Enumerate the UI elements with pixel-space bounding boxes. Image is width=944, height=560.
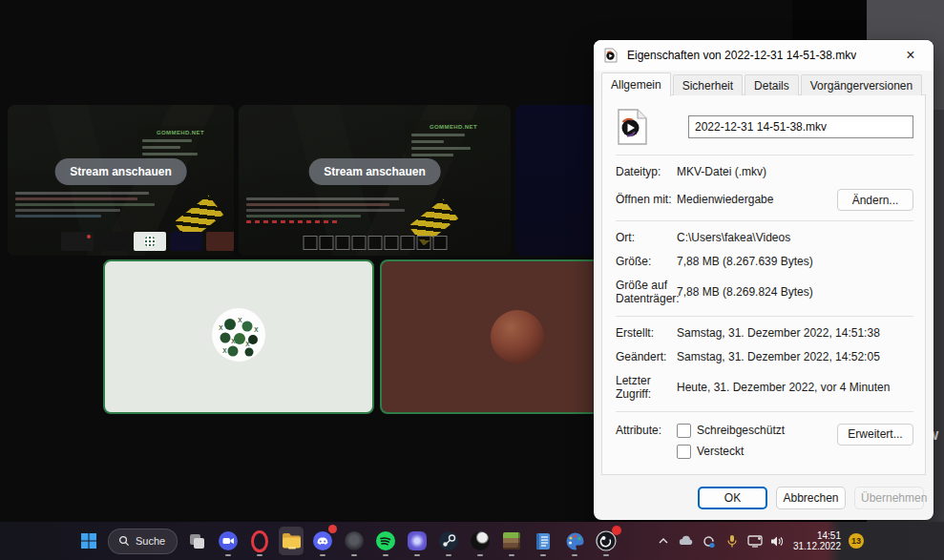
clock[interactable]: 14:51 31.12.2022 (793, 530, 841, 551)
onedrive-icon[interactable] (679, 533, 694, 549)
scoreboard: GOMMEHD.NET (136, 126, 224, 159)
attributes-row: Attribute: Schreibgeschützt Versteckt Er… (616, 424, 913, 466)
notification-count-badge[interactable]: 13 (849, 533, 864, 549)
dialog-title: Eigenschaften von 2022-12-31 14-51-38.mk… (627, 49, 856, 62)
readonly-checkbox-label: Schreibgeschützt (697, 424, 785, 437)
file-explorer-button[interactable] (279, 527, 304, 555)
opera-icon (251, 530, 268, 552)
steam-icon (438, 530, 459, 551)
svg-text:x: x (231, 337, 236, 345)
readonly-checkbox[interactable] (677, 424, 691, 438)
stream-thumbnail[interactable] (170, 232, 202, 251)
tab-details[interactable]: Details (745, 74, 799, 95)
dark-orb-app-button[interactable] (468, 525, 493, 557)
apply-button[interactable]: Übernehmen (854, 487, 924, 509)
video-camera-icon (218, 530, 239, 551)
avatar (491, 310, 544, 363)
search-box[interactable]: Suche (108, 529, 178, 554)
search-label: Suche (136, 535, 165, 547)
field-row-groesse-datentraeger: Größe auf Datenträger: 7,88 MB (8.269.82… (616, 279, 913, 306)
stream-thumbnail[interactable] (206, 232, 234, 251)
discord-notification-badge (328, 525, 337, 533)
stream-thumbnail[interactable] (61, 232, 94, 251)
field-value: Medienwiedergabe (677, 193, 837, 206)
field-row-letzter-zugriff: Letzter Zugriff: Heute, 31. Dezember 202… (616, 374, 913, 402)
dark-app-icon (345, 531, 364, 550)
stream-thumbnail[interactable] (97, 232, 130, 251)
taskbar: Suche (0, 522, 944, 560)
attribute-checkboxes: Schreibgeschützt Versteckt (677, 424, 837, 466)
paint-app-button[interactable] (562, 525, 587, 557)
svg-text:x: x (219, 323, 223, 332)
field-label: Erstellt: (616, 326, 677, 340)
tab-page-general: Dateityp: MKV-Datei (.mkv) Öffnen mit: M… (601, 94, 926, 475)
tab-allgemein[interactable]: Allgemein (601, 73, 671, 96)
field-value: Samstag, 31. Dezember 2022, 14:52:05 (677, 350, 913, 363)
watch-stream-button[interactable]: Stream anschauen (308, 158, 441, 185)
taskbar-app-group: Suche (76, 522, 619, 560)
minecraft-icon (503, 532, 520, 550)
sync-icon[interactable] (702, 533, 717, 549)
svg-text:x: x (222, 346, 227, 355)
change-button[interactable]: Ändern... (837, 189, 913, 211)
task-view-button[interactable] (184, 525, 209, 557)
watch-stream-button[interactable]: Stream anschauen (54, 158, 187, 185)
field-row-ort: Ort: C:\Users\fakea\Videos (616, 231, 913, 245)
scoreboard-title: GOMMEHD.NET (142, 130, 219, 135)
desktop: GOMMEHD.NET Stream anschauen (0, 0, 944, 560)
advanced-button[interactable]: Erweitert... (837, 424, 913, 446)
notepad-button[interactable] (531, 525, 556, 557)
field-row-erstellt: Erstellt: Samstag, 31. Dezember 2022, 14… (616, 326, 913, 341)
hidden-checkbox[interactable] (677, 445, 691, 459)
folder-icon (282, 532, 302, 550)
purple-app-icon (408, 531, 427, 550)
crescent-app-icon (471, 531, 490, 550)
camera-tile-light[interactable]: x x x x x x (103, 259, 374, 414)
field-label: Letzter Zugriff: (616, 374, 677, 402)
hidden-checkbox-label: Versteckt (697, 445, 744, 458)
field-label: Größe auf Datenträger: (616, 279, 677, 306)
close-icon[interactable]: × (901, 46, 920, 65)
stream-thumbnail[interactable] (134, 232, 166, 251)
filename-input[interactable] (688, 115, 913, 138)
start-button[interactable] (76, 525, 101, 557)
field-row-dateityp: Dateityp: MKV-Datei (.mkv) (616, 165, 913, 179)
tab-strip: Allgemein Sicherheit Details Vorgängerve… (601, 74, 924, 95)
video-app-button[interactable] (216, 525, 241, 557)
spotify-button[interactable] (373, 525, 398, 557)
obs-button[interactable] (594, 525, 619, 557)
chevron-up-icon[interactable] (656, 533, 671, 549)
ok-button[interactable]: OK (698, 487, 767, 509)
search-icon (118, 535, 130, 547)
hidden-checkbox-row: Versteckt (677, 445, 837, 459)
system-tray: 14:51 31.12.2022 13 (656, 522, 864, 560)
opera-button[interactable] (247, 525, 272, 557)
field-value: C:\Users\fakea\Videos (677, 231, 913, 244)
notebook-icon (535, 532, 551, 550)
dialog-titlebar[interactable]: Eigenschaften von 2022-12-31 14-51-38.mk… (594, 40, 934, 71)
field-row-groesse: Größe: 7,88 MB (8.267.639 Bytes) (616, 255, 913, 269)
scoreboard: GOMMEHD.NET (406, 120, 501, 160)
field-value: Heute, 31. Dezember 2022, vor 4 Minuten (677, 381, 913, 394)
windows-start-icon (80, 532, 97, 550)
task-view-icon (188, 532, 205, 550)
cancel-button[interactable]: Abbrechen (776, 487, 846, 509)
minecraft-button[interactable] (499, 525, 524, 557)
field-value: 7,88 MB (8.267.639 Bytes) (677, 255, 913, 268)
scoreboard-title: GOMMEHD.NET (411, 124, 495, 130)
tab-sicherheit[interactable]: Sicherheit (673, 74, 743, 95)
discord-mod-button[interactable] (405, 525, 430, 557)
wallpaper-app-button[interactable] (342, 525, 367, 557)
clock-date: 31.12.2022 (793, 541, 841, 551)
cast-screen-icon[interactable] (747, 533, 763, 549)
discord-button[interactable] (310, 525, 335, 557)
speaker-icon[interactable] (770, 533, 786, 549)
steam-button[interactable] (436, 525, 461, 557)
field-value: MKV-Datei (.mkv) (677, 165, 913, 178)
avatar: x x x x x x (211, 307, 266, 366)
tab-vorgaengerversionen[interactable]: Vorgängerversionen (801, 74, 922, 95)
microphone-icon[interactable] (724, 533, 740, 549)
media-file-icon (603, 48, 619, 63)
stream-tile-1: GOMMEHD.NET Stream anschauen (8, 105, 234, 256)
field-row-oeffnen-mit: Öffnen mit: Medienwiedergabe Ändern... (616, 189, 913, 211)
